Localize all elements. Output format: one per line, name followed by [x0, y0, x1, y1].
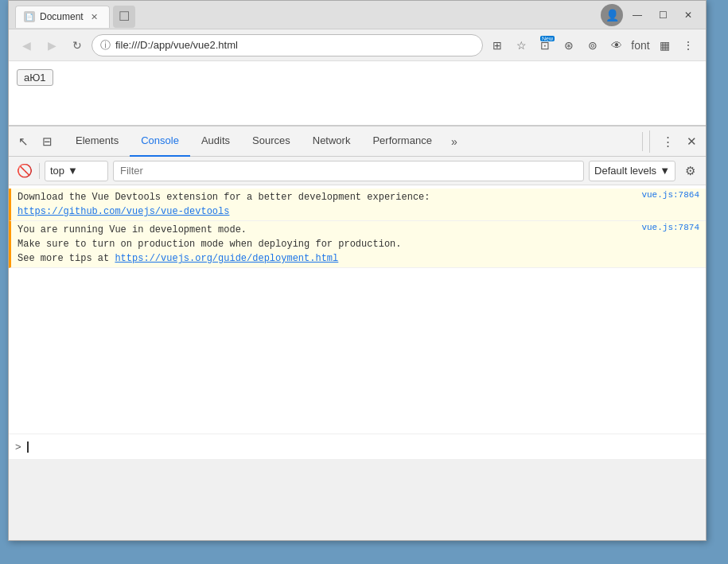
new-badge: New — [540, 36, 555, 41]
console-input-row: > — [9, 434, 706, 459]
reload-icon: ↻ — [72, 39, 82, 52]
console-filter-bar: 🚫 top ▼ Default levels ▼ ⚙ — [9, 157, 706, 185]
console-messages: Download the Vue Devtools extension for … — [9, 185, 706, 434]
back-icon: ◀ — [22, 39, 31, 52]
star-icon: ☆ — [516, 39, 527, 52]
filter-divider — [39, 163, 40, 179]
maximize-icon: ☐ — [659, 10, 668, 21]
clear-icon: 🚫 — [17, 163, 33, 178]
tab-performance-label: Performance — [372, 134, 431, 146]
mobile-icon: ⊟ — [42, 134, 53, 149]
tab-sources[interactable]: Sources — [241, 126, 302, 157]
forward-icon: ▶ — [48, 39, 56, 52]
tracking-button[interactable]: ⊚ — [582, 34, 604, 56]
tab-network-label: Network — [313, 134, 351, 146]
default-levels-arrow: ▼ — [660, 165, 670, 177]
new-tab-button[interactable]: ☐ — [113, 6, 135, 28]
console-prompt-icon: > — [15, 441, 21, 453]
console-input[interactable] — [26, 441, 29, 453]
toolbar-divider — [642, 132, 643, 151]
console-settings-button[interactable]: ⚙ — [680, 161, 699, 181]
tab-close-button[interactable]: ✕ — [88, 10, 101, 23]
devtools-close-button[interactable]: ✕ — [680, 130, 703, 153]
cursor-icon: ↖ — [18, 134, 29, 149]
window-controls: 👤 — ☐ ✕ — [601, 4, 699, 26]
close-icon: ✕ — [684, 10, 692, 21]
page-content: aЮ1 — [9, 61, 706, 125]
tab-audits-label: Audits — [201, 134, 230, 146]
forward-button[interactable]: ▶ — [41, 34, 63, 56]
tab-elements-label: Elements — [76, 134, 119, 146]
default-levels-selector[interactable]: Default levels ▼ — [589, 161, 675, 181]
minimize-button[interactable]: — — [626, 4, 648, 26]
console-message-1: Download the Vue Devtools extension for … — [9, 189, 706, 221]
deployment-link[interactable]: https://vuejs.org/guide/deployment.html — [115, 253, 338, 264]
new-tab-icon: ☐ — [119, 9, 130, 24]
profile-icon: 👤 — [605, 9, 619, 21]
more-tabs-button[interactable]: » — [443, 130, 465, 153]
cursor-blink — [27, 441, 29, 453]
address-text: file:///D:/app/vue/vue2.html — [115, 39, 474, 51]
address-info-icon: ⓘ — [100, 38, 111, 53]
devtools-panel: ↖ ⊟ Elements Console Audits Sources — [9, 125, 706, 459]
tab-network[interactable]: Network — [302, 126, 362, 157]
nav-bar: ◀ ▶ ↻ ⓘ file:///D:/app/vue/vue2.html ⊞ ☆… — [9, 29, 706, 61]
reload-button[interactable]: ↻ — [66, 34, 88, 56]
console-area: 🚫 top ▼ Default levels ▼ ⚙ — [9, 157, 706, 459]
tab-favicon: 📄 — [24, 11, 35, 22]
back-button[interactable]: ◀ — [15, 34, 37, 56]
console-message-2-text: You are running Vue in development mode.… — [18, 223, 635, 266]
tab-performance[interactable]: Performance — [361, 126, 442, 157]
browser-window: 📄 Document ✕ ☐ 👤 — ☐ ✕ ◀ — [8, 0, 707, 541]
console-message-2: You are running Vue in development mode.… — [9, 221, 706, 268]
extensions-button[interactable]: ⊡ New — [534, 34, 556, 56]
console-message-1-source[interactable]: vue.js:7864 — [641, 190, 699, 200]
font-button[interactable]: font — [629, 34, 652, 56]
address-bar[interactable]: ⓘ file:///D:/app/vue/vue2.html — [91, 34, 483, 56]
console-clear-button[interactable]: 🚫 — [15, 161, 34, 181]
devtools-toolbar: ↖ ⊟ Elements Console Audits Sources — [9, 126, 706, 157]
profile-button[interactable]: 👤 — [601, 4, 623, 26]
tab-sources-label: Sources — [252, 134, 290, 146]
element-picker-button[interactable]: ↖ — [12, 130, 34, 153]
reader-icon: ▦ — [660, 39, 670, 52]
browser-tab[interactable]: 📄 Document ✕ — [15, 6, 110, 28]
default-levels-label: Default levels — [594, 165, 656, 177]
device-emulation-button[interactable]: ⊟ — [36, 130, 58, 153]
tracking-icon: ⊚ — [588, 39, 598, 52]
tab-area: 📄 Document ✕ ☐ — [15, 1, 594, 29]
devtools-menu-button[interactable]: ⋮ — [656, 130, 679, 153]
context-selector[interactable]: top ▼ — [45, 161, 108, 181]
tab-elements[interactable]: Elements — [64, 126, 130, 157]
font-label: font — [631, 39, 649, 52]
nav-icons: ⊞ ☆ ⊡ New ⊛ ⊚ 👁 font ▦ — [486, 34, 699, 56]
settings-icon: ⚙ — [685, 164, 695, 178]
shield-button[interactable]: ⊛ — [558, 34, 580, 56]
menu-button[interactable]: ⋮ — [677, 34, 699, 56]
more-tabs-icon: » — [451, 135, 457, 148]
devtools-right-icons: ⋮ ✕ — [649, 130, 703, 153]
tab-console[interactable]: Console — [130, 126, 190, 157]
console-message-2-source[interactable]: vue.js:7874 — [641, 223, 699, 232]
close-button[interactable]: ✕ — [677, 4, 699, 26]
translate-button[interactable]: ⊞ — [486, 34, 508, 56]
shield-icon: ⊛ — [564, 39, 574, 52]
minimize-icon: — — [633, 10, 642, 21]
tab-label: Document — [40, 11, 84, 22]
translate-icon: ⊞ — [492, 39, 502, 52]
star-button[interactable]: ☆ — [510, 34, 532, 56]
immersive-reader-button[interactable]: 👁 — [605, 34, 628, 56]
devtools-menu-icon: ⋮ — [662, 134, 674, 149]
page-button[interactable]: aЮ1 — [17, 69, 53, 86]
maximize-button[interactable]: ☐ — [652, 4, 674, 26]
devtools-tabs: Elements Console Audits Sources Network … — [64, 126, 642, 156]
vue-devtools-link[interactable]: https://github.com/vuejs/vue-devtools — [18, 206, 229, 217]
devtools-close-icon: ✕ — [687, 134, 697, 149]
eye-icon: 👁 — [611, 39, 622, 52]
context-label: top — [50, 165, 64, 177]
filter-input[interactable] — [113, 161, 584, 181]
context-arrow: ▼ — [68, 165, 78, 177]
reader-button[interactable]: ▦ — [653, 34, 675, 56]
tab-audits[interactable]: Audits — [190, 126, 241, 157]
console-message-1-text: Download the Vue Devtools extension for … — [18, 190, 635, 219]
